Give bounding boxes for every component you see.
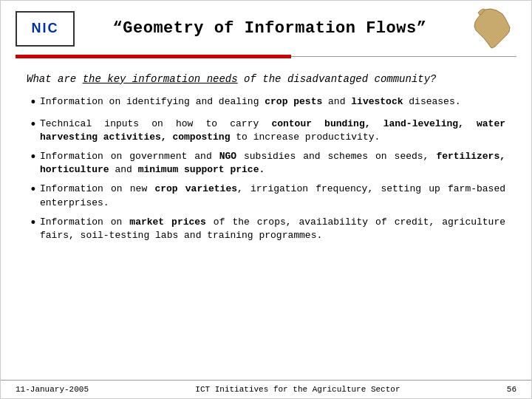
bullet-icon: • bbox=[27, 183, 40, 199]
list-item: • Information on new crop varieties, irr… bbox=[27, 183, 505, 209]
bullet-text-4: Information on new crop varieties, irrig… bbox=[40, 183, 505, 209]
footer: 11-January-2005 ICT Initiatives for the … bbox=[1, 380, 531, 398]
gray-line bbox=[291, 56, 516, 57]
slide-title: “Geometry of Information Flows” bbox=[75, 19, 465, 38]
footer-date: 11-January-2005 bbox=[16, 385, 89, 394]
bullet-icon: • bbox=[27, 216, 40, 232]
list-item: • Information on market prices of the cr… bbox=[27, 216, 505, 242]
list-item: • Technical inputs on how to carry conto… bbox=[27, 117, 505, 144]
footer-page: 56 bbox=[507, 385, 516, 394]
header-divider bbox=[16, 55, 516, 58]
bullet-icon: • bbox=[27, 117, 40, 134]
india-map-icon bbox=[465, 8, 516, 49]
bullet-list: • Information on identifying and dealing… bbox=[27, 95, 505, 248]
red-bar bbox=[16, 55, 291, 58]
main-question: What are the key information needs of th… bbox=[27, 73, 505, 85]
bullet-text-1: Information on identifying and dealing c… bbox=[40, 95, 505, 109]
slide: NIC “Geometry of Information Flows” What… bbox=[0, 0, 532, 399]
footer-center: ICT Initiatives for the Agriculture Sect… bbox=[195, 385, 400, 394]
main-content: What are the key information needs of th… bbox=[1, 66, 531, 380]
bullet-icon: • bbox=[27, 150, 40, 166]
bullet-text-2: Technical inputs on how to carry contour… bbox=[40, 117, 505, 144]
list-item: • Information on identifying and dealing… bbox=[27, 95, 505, 112]
list-item: • Information on government and NGO subs… bbox=[27, 150, 505, 177]
nic-logo: NIC bbox=[16, 11, 75, 47]
bullet-text-3: Information on government and NGO subsid… bbox=[40, 150, 505, 177]
bullet-icon: • bbox=[27, 95, 40, 112]
bullet-text-5: Information on market prices of the crop… bbox=[40, 216, 505, 242]
header: NIC “Geometry of Information Flows” bbox=[1, 1, 531, 55]
